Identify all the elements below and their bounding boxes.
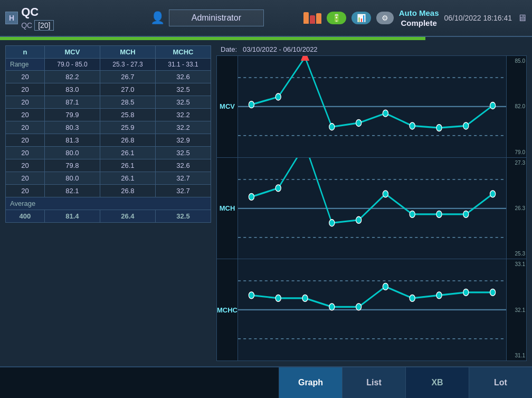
tab-lot[interactable]: Lot (469, 367, 532, 398)
date-range-value: 03/10/2022 - 06/10/2022 (243, 45, 318, 53)
chart-area-mch (238, 158, 506, 259)
svg-point-38 (490, 289, 496, 296)
chart-min-value: 79.0 (508, 149, 525, 155)
table-row: 2080.026.132.5 (6, 147, 211, 159)
chart-area-mchc (238, 259, 506, 361)
qc-count: [20] (34, 20, 54, 31)
chart-values-mchc: 33.132.131.1 (506, 259, 526, 361)
svg-point-4 (276, 93, 281, 100)
table-row: 2080.026.132.7 (6, 172, 211, 185)
chart-label-mcv: MCV (217, 56, 238, 157)
table-row: 2083.027.032.5 (6, 83, 211, 96)
reagent-icons (303, 12, 321, 24)
col-header-mchc: MCHC (155, 46, 211, 59)
page-title: QC (21, 5, 54, 19)
table-row: 2081.326.832.9 (6, 134, 211, 147)
svg-point-19 (329, 220, 335, 226)
svg-point-34 (383, 283, 388, 290)
chart-label-mchc: MCHC (217, 259, 238, 361)
monitor-icon: 🖥 (517, 13, 527, 24)
header: H QC QC [20] 👤 Administrator 🔋 📊 ⚙ Auto … (0, 0, 532, 37)
svg-point-12 (490, 102, 496, 109)
header-right: 🔋 📊 ⚙ Auto Meas Complete 06/10/2022 18:1… (303, 8, 527, 27)
chart-values-mch: 27.326.325.3 (506, 158, 526, 259)
table-row: 2082.126.832.7 (6, 185, 211, 197)
svg-point-33 (356, 304, 362, 310)
qc-label: QC (21, 21, 32, 30)
chart-label-mch: MCH (217, 158, 238, 259)
svg-point-32 (329, 304, 335, 310)
table-row: 2079.826.132.6 (6, 159, 211, 172)
svg-point-21 (383, 191, 388, 197)
col-header-mch: MCH (100, 46, 155, 59)
left-panel: n MCV MCH MCHC Range79.0 - 85.025.3 - 27… (5, 45, 211, 361)
table-row: 2082.226.732.6 (6, 71, 211, 83)
svg-point-16 (249, 193, 254, 200)
date-label: Date: (221, 45, 237, 53)
reagent-bar-2 (310, 15, 315, 24)
table-row: 2087.128.532.5 (6, 96, 211, 109)
chart-icon-btn[interactable]: 📊 (352, 12, 371, 24)
table-row: 2080.325.932.2 (6, 121, 211, 134)
auto-meas-section: Auto Meas Complete (399, 8, 439, 27)
svg-point-37 (463, 289, 469, 296)
svg-point-36 (436, 292, 442, 299)
date-range: Date: 03/10/2022 - 06/10/2022 (216, 45, 527, 53)
chart-area-mcv (238, 56, 506, 157)
gear-icon-btn[interactable]: ⚙ (376, 12, 394, 24)
chart-values-mcv: 85.082.079.0 (506, 56, 526, 157)
chart-min-value: 25.3 (508, 251, 525, 257)
svg-point-11 (463, 122, 469, 129)
right-panel: Date: 03/10/2022 - 06/10/2022 MCV85.082.… (216, 45, 527, 361)
svg-point-10 (436, 125, 442, 131)
header-left: H QC QC [20] (5, 5, 111, 31)
svg-point-23 (436, 211, 442, 217)
reagent-bar-1 (303, 12, 309, 24)
chart-mid-value: 26.3 (508, 205, 525, 211)
chart-panel-mcv: MCV85.082.079.0 (217, 56, 526, 158)
tab-list[interactable]: List (342, 367, 405, 398)
chart-max-value: 33.1 (508, 261, 525, 267)
svg-point-29 (249, 292, 254, 299)
svg-point-3 (249, 101, 254, 108)
chart-max-value: 85.0 (508, 58, 525, 64)
tab-graph[interactable]: Graph (279, 367, 342, 398)
chart-max-value: 27.3 (508, 160, 525, 166)
svg-point-7 (356, 120, 362, 127)
svg-point-31 (302, 295, 308, 302)
admin-icon: 👤 (150, 11, 165, 25)
col-header-n: n (6, 46, 45, 59)
svg-point-6 (329, 124, 335, 130)
table-row: 2079.925.832.2 (6, 109, 211, 121)
svg-point-24 (463, 211, 469, 217)
tab-xb[interactable]: XB (405, 367, 469, 398)
chart-mid-value: 32.1 (508, 307, 525, 313)
col-header-mcv: MCV (44, 46, 100, 59)
auto-meas-label: Auto Meas (399, 8, 439, 17)
admin-section: 👤 Administrator (111, 10, 303, 26)
chart-panel-mch: MCH27.326.325.3 (217, 158, 526, 260)
svg-point-17 (276, 185, 281, 192)
svg-point-8 (383, 110, 388, 117)
chart-panel-mchc: MCHC33.132.131.1 (217, 259, 526, 361)
datetime: 06/10/2022 18:16:41 (444, 14, 512, 22)
svg-marker-5 (301, 56, 309, 61)
reagent-bar-3 (316, 13, 321, 24)
logo: H (5, 12, 18, 24)
svg-point-20 (356, 216, 362, 223)
data-table: n MCV MCH MCHC Range79.0 - 85.025.3 - 27… (5, 45, 211, 223)
chart-min-value: 31.1 (508, 353, 525, 358)
footer: Graph List XB Lot (0, 366, 532, 398)
main-content: n MCV MCH MCHC Range79.0 - 85.025.3 - 27… (0, 40, 532, 366)
svg-point-35 (410, 295, 415, 302)
chart-mid-value: 82.0 (508, 103, 525, 109)
footer-spacer (0, 367, 279, 398)
complete-label: Complete (401, 18, 436, 27)
svg-point-9 (410, 122, 415, 129)
admin-label[interactable]: Administrator (169, 10, 264, 26)
svg-point-25 (490, 191, 496, 197)
battery-icon-btn[interactable]: 🔋 (327, 12, 346, 24)
charts-container: MCV85.082.079.0MCH27.326.325.3MCHC33.132… (216, 55, 527, 361)
svg-point-30 (276, 295, 281, 302)
svg-point-22 (410, 211, 415, 217)
